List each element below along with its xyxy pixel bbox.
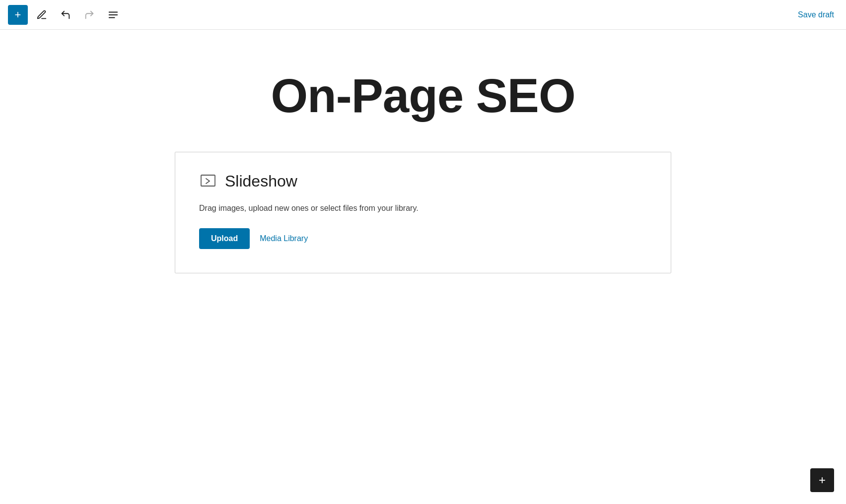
slideshow-title: Slideshow	[225, 172, 297, 190]
redo-icon	[84, 9, 95, 20]
redo-button[interactable]	[79, 5, 99, 25]
document-overview-button[interactable]	[103, 5, 123, 25]
undo-button[interactable]	[56, 5, 75, 25]
toolbar-right: Save draft	[798, 10, 834, 19]
toolbar-left: +	[8, 5, 123, 25]
upload-button[interactable]: Upload	[199, 228, 250, 249]
slideshow-icon	[199, 172, 217, 190]
media-library-button[interactable]: Media Library	[260, 234, 308, 243]
slideshow-description: Drag images, upload new ones or select f…	[199, 202, 647, 214]
add-block-button[interactable]: +	[8, 5, 28, 25]
toolbar: +	[0, 0, 846, 30]
main-content: On-Page SEO Slideshow Drag images, uploa…	[0, 30, 846, 303]
undo-icon	[60, 9, 71, 20]
edit-tools-button[interactable]	[32, 5, 52, 25]
page-title: On-Page SEO	[271, 69, 575, 122]
add-block-bottom-button[interactable]: +	[810, 468, 834, 492]
list-icon	[108, 9, 119, 20]
svg-rect-3	[201, 175, 215, 186]
slideshow-block: Slideshow Drag images, upload new ones o…	[175, 152, 671, 273]
pencil-icon	[36, 9, 47, 20]
slideshow-header: Slideshow	[199, 172, 647, 190]
save-draft-button[interactable]: Save draft	[798, 10, 834, 19]
slideshow-actions: Upload Media Library	[199, 228, 647, 249]
